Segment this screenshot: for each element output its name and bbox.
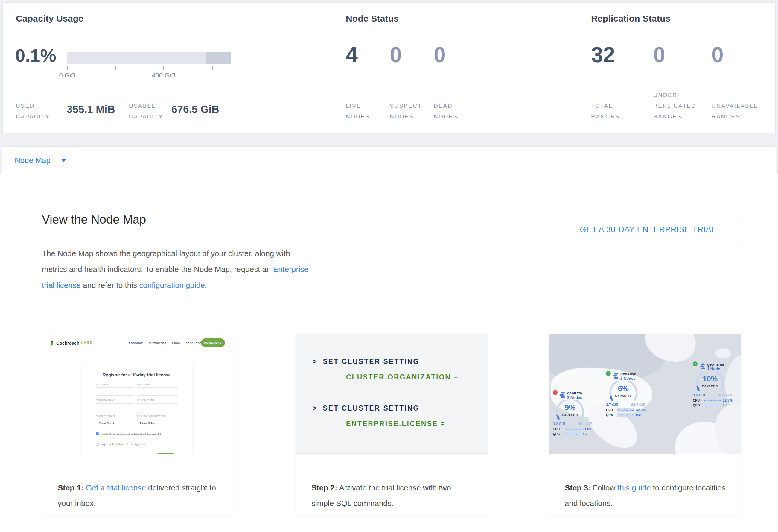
under-replicated-ranges-label: UNDER-REPLICATED RANGES: [653, 90, 709, 122]
cockroach-icon: [49, 339, 55, 347]
sql-setting: CLUSTER.ORGANIZATION =: [313, 369, 459, 385]
step2-label: Step 2:: [311, 483, 337, 492]
configuration-guide-link[interactable]: configuration guide: [139, 281, 205, 290]
cpu-label: CPU: [693, 398, 702, 402]
get-enterprise-trial-button[interactable]: GET A 30-DAY ENTERPRISE TRIAL: [555, 218, 741, 241]
step2-caption: Step 2: Activate the trial license with …: [296, 461, 487, 511]
step1-label: Step 1:: [58, 483, 84, 492]
sql-command: SET CLUSTER SETTING: [323, 404, 419, 412]
database-icon: [559, 391, 566, 398]
sql-command: SET CLUSTER SETTING: [323, 358, 419, 365]
map-marker-sfo[interactable]: 1 geo=sfo 2 Nodes: [553, 391, 595, 437]
step3-label: Step 3:: [565, 483, 591, 492]
node-map-placeholder-section: View the Node Map The Node Map shows the…: [0, 174, 778, 532]
total-ranges-label: TOTAL RANGES: [591, 100, 639, 122]
capacity-label: CAPACITY: [695, 385, 725, 388]
capacity-bar-nonusable-segment: [207, 52, 231, 64]
download-button[interactable]: DOWNLOAD: [201, 338, 225, 347]
last-name-label: LAST NAME: [137, 383, 178, 385]
page-title: View the Node Map: [42, 213, 146, 226]
submit-button[interactable]: SUBMIT: [154, 453, 178, 454]
project-phase-label: PROJECT PHASE: [96, 415, 134, 417]
last-name-field[interactable]: [137, 387, 178, 395]
axis-tick-label: 0 GiB: [46, 72, 88, 79]
cpu-value: 12.3%: [723, 398, 732, 402]
mini-site-header: Cockroach LABS PRODUCT CUSTOMERS DOCS RE…: [42, 334, 234, 353]
nav-item-product[interactable]: PRODUCT: [129, 342, 143, 345]
unavailable-ranges-count: 0: [712, 44, 723, 66]
live-nodes-label: LIVE NODES: [346, 100, 388, 122]
intro-text: .: [205, 281, 207, 290]
trial-registration-preview: Cockroach LABS PRODUCT CUSTOMERS DOCS RE…: [42, 334, 234, 454]
get-trial-license-link[interactable]: Get a trial license: [86, 483, 146, 492]
qps-label: QPS: [606, 413, 615, 416]
capacity-bar: [67, 52, 231, 64]
node-count: 1 Node: [707, 367, 724, 371]
qps-value: 0.0: [636, 413, 641, 416]
sql-prompt: >: [313, 358, 317, 365]
cluster-summary-panel: Capacity Usage 0.1% 0 GiB 400 GiB USED C…: [2, 2, 776, 133]
locality-name: geo=nyc: [620, 372, 636, 376]
cpu-sparkline: [617, 408, 634, 412]
capacity-used: 3.2 GiB: [553, 422, 565, 426]
error-badge: 1: [553, 390, 557, 395]
cpu-value: 42.5%: [636, 408, 646, 412]
software-license-agreement-link[interactable]: Software License Agreement.: [115, 443, 147, 446]
first-name-label: FIRST NAME: [96, 383, 134, 385]
first-name-field[interactable]: [96, 387, 134, 395]
capacity-gauge: 10% CAPACITY: [695, 372, 725, 393]
axis-tick: [115, 66, 116, 70]
qps-value: 0.0: [723, 403, 727, 407]
chevron-down-icon[interactable]: [61, 159, 67, 162]
node-count: 2 Nodes: [620, 376, 636, 381]
step3-caption: Step 3: Follow this guide to configure l…: [549, 461, 741, 511]
node-map-preview: 1 geo=sfo 2 Nodes: [549, 334, 741, 454]
step3-card: 1 geo=sfo 2 Nodes: [549, 333, 741, 515]
locality-name: geo=ams: [707, 362, 724, 367]
this-guide-link[interactable]: this guide: [617, 483, 650, 492]
step1-caption: Step 1: Get a trial license delivered st…: [42, 461, 234, 511]
intro-paragraph: The Node Map shows the geographical layo…: [42, 246, 317, 293]
email-updates-checkbox[interactable]: ✓: [96, 432, 99, 435]
axis-tick: [163, 66, 164, 70]
capacity-percent: 10%: [695, 375, 725, 383]
view-selector-bar: Node Map: [2, 146, 776, 174]
nav-item-customers[interactable]: CUSTOMERS: [148, 342, 166, 345]
nav-item-docs[interactable]: DOCS: [172, 342, 180, 345]
locality-name: geo=sfo: [567, 391, 582, 395]
capacity-total: 35.1 GiB: [578, 422, 592, 426]
under-replicated-ranges-count: 0: [653, 44, 665, 66]
map-marker-ams[interactable]: ✓ geo=ams 1 Node: [693, 363, 734, 408]
map-marker-nyc[interactable]: ✓ geo=nyc 2 Nodes: [606, 372, 648, 418]
license-agreement-checkbox[interactable]: [96, 443, 99, 446]
used-capacity-label: USED CAPACITY: [16, 100, 64, 122]
qps-sparkline: [617, 413, 634, 416]
step3-text: Follow: [593, 483, 615, 492]
capacity-used: 3.7 GiB: [606, 403, 618, 407]
capacity-gauge: 9% CAPACITY: [555, 400, 585, 421]
company-email-field[interactable]: [137, 403, 178, 411]
company-name-field[interactable]: [96, 403, 134, 411]
capacity-percent: 9%: [555, 403, 585, 412]
cluster-overview-page: Capacity Usage 0.1% 0 GiB 400 GiB USED C…: [0, 0, 778, 532]
capacity-gauge: 6% CAPACITY: [608, 381, 638, 402]
capacity-used: 3.6 GiB: [693, 393, 705, 397]
form-title: Register for a 30-day trial license: [81, 373, 192, 377]
intro-text: and refer to this: [83, 281, 137, 290]
dead-nodes-count: 0: [434, 44, 446, 66]
qps-value: 4.7: [583, 432, 588, 436]
project-phase-select[interactable]: Please Select: [96, 419, 134, 427]
cpu-label: CPU: [606, 408, 615, 412]
suspect-nodes-label: SUSPECT NODES: [390, 100, 433, 122]
capacity-total: 34.4 GiB: [718, 393, 732, 397]
cpu-value: 11.0%: [583, 427, 592, 431]
cockroach-labs-logo: Cockroach LABS: [49, 339, 92, 347]
node-count: 2 Nodes: [567, 395, 582, 400]
company-name-label: COMPANY NAME: [96, 399, 134, 401]
reason-for-interest-select[interactable]: Please Select: [137, 419, 178, 427]
sql-setting: ENTERPRISE.LICENSE =: [313, 416, 446, 432]
step1-card: Cockroach LABS PRODUCT CUSTOMERS DOCS RE…: [42, 333, 234, 515]
capacity-total: 65.7 GiB: [631, 403, 645, 407]
cpu-sparkline: [704, 399, 721, 402]
node-map-view-dropdown[interactable]: Node Map: [15, 156, 51, 165]
